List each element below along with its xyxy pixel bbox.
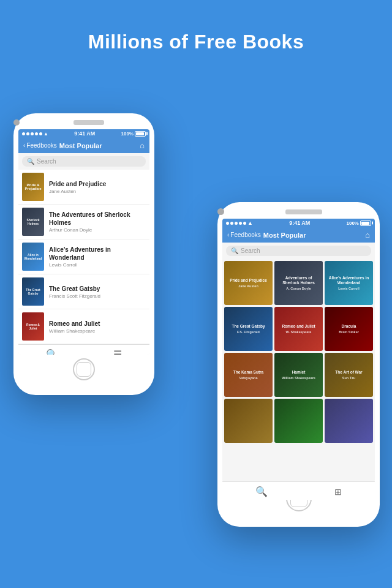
list-item[interactable]: Pride &Prejudice Pride and Prejudice Jan… xyxy=(18,170,149,205)
nav-title-right: Most Popular xyxy=(263,232,363,239)
grid-cover-extra1 xyxy=(224,399,273,443)
camera-left xyxy=(13,119,20,126)
grid-item-aw[interactable]: Alice's Adventures in Wonderland Lewis C… xyxy=(325,261,373,305)
grid-cover-extra3 xyxy=(325,399,373,443)
nav-bar-left: ‹ Feedbooks Most Popular ⌂ xyxy=(18,138,149,153)
screen-left: ▲ 9:41 AM 100% ‹ Feedbooks Most Popular … xyxy=(18,129,149,355)
grid-item-pp[interactable]: Pride and Prejudice Jane Austen xyxy=(224,261,273,305)
phone-right: ▲ 9:41 AM 100% ‹ Feedbooks Most Popular … xyxy=(217,202,380,527)
rdot3 xyxy=(235,222,238,225)
book-author-1: Jane Austen xyxy=(49,189,146,194)
list-item[interactable]: Alice inWonderland Alice's Adventures in… xyxy=(18,239,149,274)
grid-title-art: The Art of War xyxy=(335,370,362,375)
search-bar-right[interactable]: 🔍 Search xyxy=(226,246,371,256)
dot2 xyxy=(26,132,29,135)
grid-item-gg[interactable]: The Great Gatsby F.S. Fitzgerald xyxy=(224,307,273,351)
search-icon-right: 🔍 xyxy=(231,247,238,254)
list-tab-left[interactable]: ☰ xyxy=(113,349,122,355)
phone-top-hardware-right xyxy=(217,202,380,219)
feedbooks-label-right: Feedbooks xyxy=(230,232,260,238)
signal-dots-right: ▲ xyxy=(226,220,253,226)
book-author-4: Francis Scott Fitzgerald xyxy=(49,293,146,299)
search-bar-left[interactable]: 🔍 Search xyxy=(22,156,146,167)
wifi-icon: ▲ xyxy=(43,131,48,137)
rdot1 xyxy=(226,222,229,225)
back-button-left[interactable]: ‹ Feedbooks xyxy=(23,142,57,149)
cover-gatsby: The GreatGatsby xyxy=(22,277,44,306)
home-button-left[interactable] xyxy=(73,358,95,380)
battery-icon-right xyxy=(360,221,371,226)
cover-sherlock: SherlockHolmes xyxy=(22,208,44,236)
grid-cover-rj: Romeo and Juliet W. Shakespeare xyxy=(274,307,323,351)
search-placeholder-left: Search xyxy=(37,158,56,165)
book-info-5: Romeo and Juliet William Shakespeare xyxy=(49,320,146,334)
battery-pct-left: 100% xyxy=(121,131,134,137)
signal-dots: ▲ xyxy=(22,131,48,137)
battery-icon-left xyxy=(135,131,146,137)
camera-right xyxy=(217,208,224,215)
grid-cover-art: The Art of War Sun Tzu xyxy=(325,353,373,397)
phone-top-hardware xyxy=(13,113,154,129)
grid-item-rs[interactable]: The Kama Sutra Vatsyayana xyxy=(224,353,273,397)
grid-cover-extra2 xyxy=(274,399,323,443)
grid-title-rs: The Kama Sutra xyxy=(233,370,264,375)
home-icon-right[interactable]: ⌂ xyxy=(365,230,370,239)
dot1 xyxy=(22,132,25,135)
tab-bar-right: 🔍 ⊞ xyxy=(222,481,375,482)
grid-cover-aw: Alice's Adventures in Wonderland Lewis C… xyxy=(325,261,373,305)
status-time-left: 9:41 AM xyxy=(74,130,95,137)
grid-author-art: Sun Tzu xyxy=(342,376,355,380)
grid-item-sh[interactable]: Adventures of Sherlock Holmes A. Conan D… xyxy=(274,261,323,305)
grid-item-art[interactable]: The Art of War Sun Tzu xyxy=(325,353,373,397)
phone-left: ▲ 9:41 AM 100% ‹ Feedbooks Most Popular … xyxy=(13,113,154,395)
book-author-3: Lewis Carroll xyxy=(49,262,146,268)
grid-item-extra1[interactable] xyxy=(224,399,273,443)
rdot5 xyxy=(243,222,246,225)
dot3 xyxy=(31,132,34,135)
cover-romeo: Romeo &Juliet xyxy=(22,312,44,341)
rdot2 xyxy=(230,222,233,225)
grid-cover-hm: Hamlet William Shakespeare xyxy=(274,353,323,397)
grid-author-pp: Jane Austen xyxy=(238,284,258,288)
back-button-right[interactable]: ‹ Feedbooks xyxy=(227,232,261,238)
grid-item-extra3[interactable] xyxy=(325,399,373,443)
cover-pride-prejudice: Pride &Prejudice xyxy=(22,173,44,201)
chevron-left-icon-right: ‹ xyxy=(227,232,229,238)
grid-title-pp: Pride and Prejudice xyxy=(230,278,267,283)
grid-cover-rs: The Kama Sutra Vatsyayana xyxy=(224,353,273,397)
list-item[interactable]: Romeo &Juliet Romeo and Juliet William S… xyxy=(18,309,149,344)
grid-title-rj: Romeo and Juliet xyxy=(282,324,315,329)
book-grid-right: Pride and Prejudice Jane Austen Adventur… xyxy=(222,259,375,445)
grid-item-rj[interactable]: Romeo and Juliet W. Shakespeare xyxy=(274,307,323,351)
screen-right: ▲ 9:41 AM 100% ‹ Feedbooks Most Popular … xyxy=(222,219,375,482)
list-item[interactable]: The GreatGatsby The Great Gatsby Francis… xyxy=(18,274,149,309)
battery-right: 100% xyxy=(347,221,371,226)
rdot4 xyxy=(239,222,242,225)
list-item[interactable]: SherlockHolmes The Adventures of Sherloc… xyxy=(18,205,149,239)
speaker-left xyxy=(74,120,104,125)
hero-title: Millions of Free Books xyxy=(0,0,392,53)
book-info-4: The Great Gatsby Francis Scott Fitzgeral… xyxy=(49,285,146,299)
book-author-2: Arthur Conan Doyle xyxy=(49,227,146,233)
grid-title-hm: Hamlet xyxy=(292,370,306,375)
grid-cover-pp: Pride and Prejudice Jane Austen xyxy=(224,261,273,305)
grid-title-sh: Adventures of Sherlock Holmes xyxy=(277,276,320,285)
search-tab-left[interactable]: 🔍 xyxy=(46,349,58,355)
grid-author-aw: Lewis Carroll xyxy=(338,287,360,290)
book-title-1: Pride and Prejudice xyxy=(49,180,146,188)
grid-author-rj: W. Shakespeare xyxy=(286,330,312,334)
home-button-inner-left xyxy=(77,362,91,377)
dot4 xyxy=(35,132,38,135)
grid-item-hm[interactable]: Hamlet William Shakespeare xyxy=(274,353,323,397)
home-icon-left[interactable]: ⌂ xyxy=(140,141,145,150)
book-author-5: William Shakespeare xyxy=(49,328,146,334)
wifi-icon-right: ▲ xyxy=(247,220,253,226)
search-icon-left: 🔍 xyxy=(27,158,34,165)
grid-item-dr[interactable]: Dracula Bram Stoker xyxy=(325,307,373,351)
chevron-left-icon: ‹ xyxy=(23,142,25,149)
book-title-5: Romeo and Juliet xyxy=(49,320,146,328)
status-bar-left: ▲ 9:41 AM 100% xyxy=(18,129,149,138)
book-list-left: Pride &Prejudice Pride and Prejudice Jan… xyxy=(18,170,149,344)
book-title-2: The Adventures of Sherlock Holmes xyxy=(49,211,146,227)
grid-item-extra2[interactable] xyxy=(274,399,323,443)
